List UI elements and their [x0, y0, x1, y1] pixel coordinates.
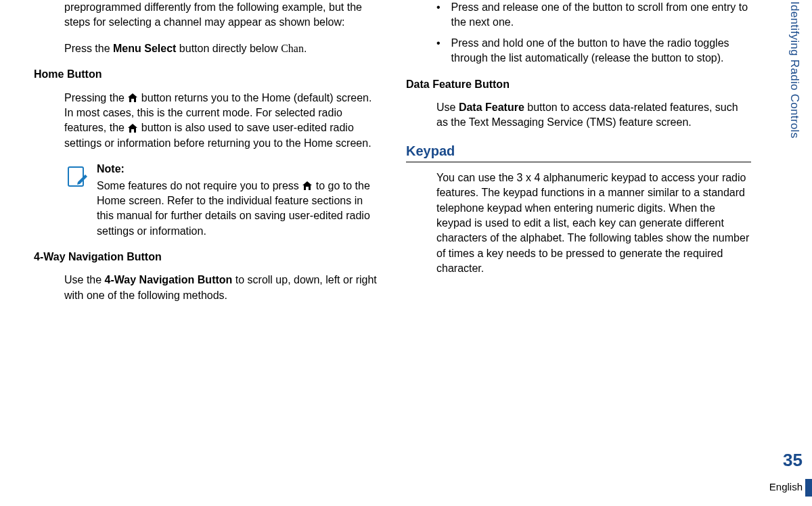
list-item: Press and release one of the button to s…	[436, 0, 751, 30]
right-column: Press and release one of the button to s…	[406, 0, 751, 314]
bullet-text: Press and release one of the button to s…	[451, 0, 751, 30]
text-part: Some features do not require you to pres…	[97, 180, 302, 191]
note-label: Note:	[97, 162, 379, 177]
note-icon	[64, 164, 89, 189]
press-menu-para: Press the Menu Select button directly be…	[34, 41, 379, 56]
page-number: 35	[783, 448, 803, 472]
svg-rect-0	[68, 167, 83, 186]
text-part: Pressing the	[64, 92, 127, 104]
text-part: Use the	[64, 274, 105, 285]
text-part: button directly below	[176, 43, 281, 54]
note-text: Note: Some features do not require you t…	[97, 162, 379, 239]
note-block: Note: Some features do not require you t…	[34, 162, 379, 239]
data-feature-heading: Data Feature Button	[406, 77, 751, 92]
home-icon	[128, 124, 137, 133]
text-part: Use	[436, 101, 459, 113]
text-part: Press the	[64, 43, 113, 54]
intro-para: preprogrammed differently from the follo…	[34, 0, 379, 30]
home-icon	[128, 93, 137, 103]
nav-button-heading: 4-Way Navigation Button	[34, 250, 379, 264]
data-feature-para: Use Data Feature button to access data-r…	[406, 100, 751, 131]
bullet-text: Press and hold one of the button to have…	[451, 36, 751, 66]
note-body: Some features do not require you to pres…	[97, 179, 379, 239]
home-icon	[302, 181, 312, 191]
language-label: English	[769, 480, 803, 494]
nav-button-para: Use the 4-Way Navigation Button to scrol…	[34, 273, 379, 303]
side-chapter-label: Identifying Radio Controls	[786, 1, 803, 138]
nav-button-bold: 4-Way Navigation Button	[105, 274, 233, 285]
text-part: .	[304, 43, 307, 54]
left-column: preprogrammed differently from the follo…	[34, 0, 379, 314]
home-button-heading: Home Button	[34, 67, 379, 82]
bullet-list: Press and release one of the button to s…	[436, 0, 751, 66]
data-feature-bold: Data Feature	[459, 101, 524, 113]
keypad-para: You can use the 3 x 4 alphanumeric keypa…	[406, 170, 751, 277]
keypad-heading: Keypad	[406, 141, 751, 162]
menu-select-label: Menu Select	[113, 43, 176, 54]
thumb-index-bar	[805, 479, 812, 497]
home-button-para: Pressing the button returns you to the H…	[34, 91, 379, 152]
page-content: preprogrammed differently from the follo…	[0, 0, 812, 314]
nav-bullets: Press and release one of the button to s…	[406, 0, 751, 66]
list-item: Press and hold one of the button to have…	[436, 36, 751, 66]
chan-label: Chan	[281, 43, 304, 54]
